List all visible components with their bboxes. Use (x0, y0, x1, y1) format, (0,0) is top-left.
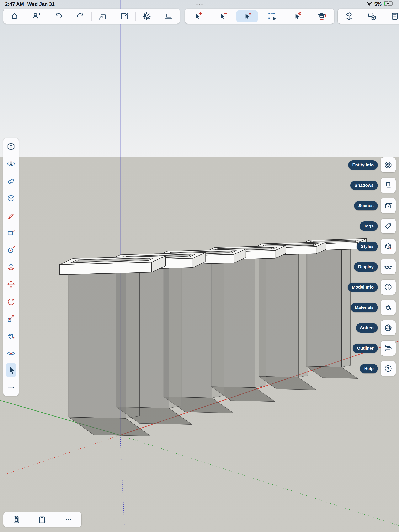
main-toolbar (3, 9, 180, 24)
tool-scale-button[interactable] (3, 310, 19, 327)
soften-label-button[interactable]: Soften (356, 323, 378, 333)
scale-icon (6, 314, 16, 323)
outliner-row: Outliner (353, 341, 396, 356)
components-button[interactable] (360, 9, 383, 24)
scenes-button[interactable] (381, 198, 396, 213)
shadows-button[interactable] (381, 178, 396, 193)
outliner-label-button[interactable]: Outliner (353, 344, 378, 353)
clipboard-toolbar (3, 512, 82, 527)
orbit-icon (6, 159, 16, 168)
more-dots-icon (64, 515, 73, 524)
insert-icon (98, 12, 107, 21)
clipped-panel-button[interactable] (383, 9, 399, 24)
entity-info-button[interactable] (381, 158, 396, 172)
select-none-button[interactable] (284, 9, 309, 24)
insert-button[interactable] (92, 9, 114, 24)
select-add-icon (193, 12, 202, 21)
svg-text:±: ± (249, 12, 252, 16)
model-info-button[interactable] (381, 280, 396, 295)
tags-button[interactable] (381, 219, 396, 234)
tool-move-button[interactable] (3, 275, 19, 293)
select-box-button[interactable] (260, 9, 284, 24)
clipped-panel-icon (390, 12, 399, 21)
tool-more-button[interactable] (3, 379, 19, 396)
paint-bucket-icon (6, 331, 16, 340)
tags-icon (384, 222, 393, 230)
help-button[interactable]: ? (381, 361, 396, 376)
outliner-button[interactable] (381, 341, 396, 356)
undo-button[interactable] (47, 9, 69, 24)
tool-shapes-button[interactable] (3, 190, 19, 207)
tags-label-button[interactable]: Tags (360, 222, 378, 231)
eraser-icon (6, 176, 16, 185)
tool-eraser-button[interactable] (3, 172, 19, 190)
tool-rotate-button[interactable] (3, 293, 19, 310)
redo-icon (76, 12, 85, 21)
instructor-icon (317, 12, 327, 21)
styles-button[interactable] (381, 239, 396, 254)
display-button[interactable] (381, 259, 396, 274)
device-icon (164, 12, 174, 21)
tool-look-around-button[interactable] (3, 344, 19, 362)
tool-rectangle-button[interactable] (3, 224, 19, 241)
entity-info-icon (384, 161, 393, 169)
model-info-label-button[interactable]: Model Info (348, 283, 378, 292)
shadows-icon (384, 181, 393, 190)
materials-button[interactable] (381, 300, 396, 315)
select-subtract-icon (218, 12, 227, 21)
instructor-button[interactable] (309, 9, 334, 24)
tool-line-button[interactable] (3, 207, 19, 224)
select-subtract-button[interactable] (210, 9, 235, 24)
display-label-button[interactable]: Display (354, 262, 378, 272)
model-info-row: Model Info (348, 280, 396, 295)
solid-tools-button[interactable] (338, 9, 360, 24)
shapes-icon (6, 194, 16, 203)
settings-gear-icon (142, 12, 152, 21)
tool-arc-button[interactable] (3, 241, 19, 258)
components-icon (367, 12, 377, 21)
scenes-icon (384, 201, 393, 210)
model-viewport[interactable] (0, 0, 399, 532)
move-icon (6, 280, 16, 289)
solid-tools-icon (344, 12, 354, 21)
shadows-label-button[interactable]: Shadows (350, 181, 378, 190)
tags-row: Tags (360, 219, 396, 234)
home-button[interactable] (3, 9, 25, 24)
multitask-dots-icon[interactable] (195, 3, 204, 5)
help-label-button[interactable]: Help (360, 364, 378, 373)
undo-icon (54, 12, 63, 21)
tool-paint-button[interactable] (3, 327, 19, 344)
materials-icon (384, 303, 393, 312)
add-collaborator-button[interactable] (25, 9, 47, 24)
styles-label-button[interactable]: Styles (357, 242, 378, 251)
paste-in-place-button[interactable] (29, 512, 55, 527)
materials-label-button[interactable]: Materials (351, 303, 378, 312)
push-pull-icon (6, 262, 16, 272)
paste-icon (12, 515, 21, 524)
model-info-icon (384, 283, 393, 291)
select-add-button[interactable] (185, 9, 210, 24)
tool-toolset-button[interactable] (3, 138, 19, 155)
selection-toolbar: ± (185, 9, 334, 24)
settings-button[interactable] (136, 9, 158, 24)
share-button[interactable] (113, 9, 135, 24)
redo-button[interactable] (69, 9, 91, 24)
paste-button[interactable] (3, 512, 29, 527)
tool-push-pull-button[interactable] (3, 258, 19, 276)
clipboard-more-button[interactable] (56, 512, 82, 527)
panels-toolbar (338, 9, 399, 24)
tool-orbit-button[interactable] (3, 155, 19, 172)
tool-select-button[interactable] (3, 361, 19, 379)
device-button[interactable] (158, 9, 180, 24)
scenes-label-button[interactable]: Scenes (354, 201, 378, 210)
entity-info-label-button[interactable]: Entity Info (348, 160, 378, 170)
status-date: Wed Jan 31 (27, 1, 55, 7)
select-arrow-icon (6, 366, 16, 375)
toolset-icon (6, 142, 16, 151)
outliner-icon (384, 344, 393, 353)
shadows-row: Shadows (350, 178, 396, 193)
select-box-icon (267, 12, 277, 21)
soften-button[interactable] (381, 320, 396, 335)
status-time: 2:47 AM (5, 1, 24, 7)
select-toggle-button[interactable]: ± (235, 9, 260, 24)
